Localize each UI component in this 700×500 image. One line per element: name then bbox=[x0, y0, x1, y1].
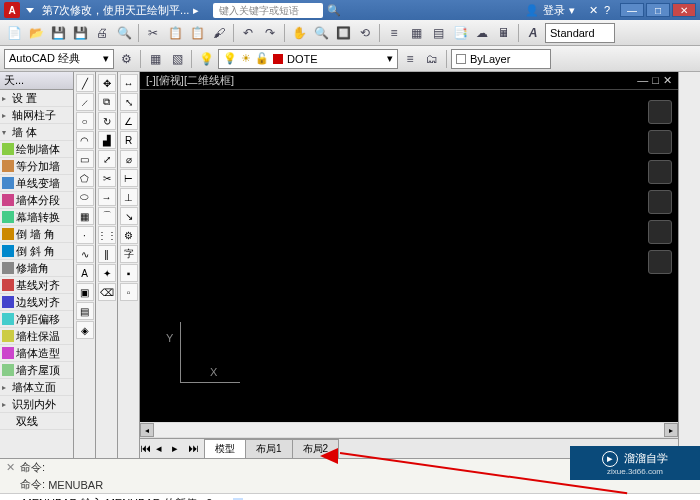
properties-icon[interactable]: ≡ bbox=[384, 23, 404, 43]
markup-icon[interactable]: ☁ bbox=[472, 23, 492, 43]
rect-icon[interactable]: ▭ bbox=[76, 150, 94, 168]
redo-icon[interactable]: ↷ bbox=[260, 23, 280, 43]
exchange-icon[interactable]: ✕ bbox=[589, 4, 598, 17]
scroll-left-icon[interactable]: ◂ bbox=[140, 423, 154, 437]
model-viewport[interactable]: X Y bbox=[140, 90, 678, 422]
zoom-prev-icon[interactable]: ⟲ bbox=[355, 23, 375, 43]
dim-angular-icon[interactable]: ∠ bbox=[120, 112, 138, 130]
tree-item[interactable]: 净距偏移 bbox=[0, 311, 73, 328]
tab-layout1[interactable]: 布局1 bbox=[245, 439, 293, 458]
app-logo[interactable]: A bbox=[4, 2, 20, 18]
ellipse-icon[interactable]: ⬭ bbox=[76, 188, 94, 206]
arc-icon[interactable]: ◠ bbox=[76, 131, 94, 149]
workspace-combo[interactable]: AutoCAD 经典 ▾ bbox=[4, 49, 114, 69]
tree-item[interactable]: ▸墙体立面 bbox=[0, 379, 73, 396]
tree-item[interactable]: 墙齐屋顶 bbox=[0, 362, 73, 379]
toolpalette-icon[interactable]: ▤ bbox=[428, 23, 448, 43]
pan-icon[interactable]: ✋ bbox=[289, 23, 309, 43]
tree-item[interactable]: 基线对齐 bbox=[0, 277, 73, 294]
search-input[interactable]: 键入关键字或短语 bbox=[213, 3, 323, 18]
tab-next-icon[interactable]: ▸ bbox=[172, 442, 188, 458]
tree-item[interactable]: 修墙角 bbox=[0, 260, 73, 277]
mirror-icon[interactable]: ▟ bbox=[98, 131, 116, 149]
app-menu-dropdown[interactable] bbox=[26, 8, 34, 13]
line-icon[interactable]: ╱ bbox=[76, 74, 94, 92]
tree-item[interactable]: 倒 斜 角 bbox=[0, 243, 73, 260]
tree-item[interactable]: 单线变墙 bbox=[0, 175, 73, 192]
tree-item[interactable]: ▸识别内外 bbox=[0, 396, 73, 413]
tree-item[interactable]: ▾墙 体 bbox=[0, 124, 73, 141]
layer-combo[interactable]: 💡 ☀ 🔓 DOTE ▾ bbox=[218, 49, 398, 69]
trim-icon[interactable]: ✂ bbox=[98, 169, 116, 187]
linetype-combo[interactable]: ByLayer bbox=[451, 49, 551, 69]
tree-item[interactable]: 绘制墙体 bbox=[0, 141, 73, 158]
textstyle-combo[interactable]: Standard bbox=[545, 23, 615, 43]
tree-item[interactable]: 墙柱保温 bbox=[0, 328, 73, 345]
doc-close-icon[interactable]: ✕ bbox=[663, 74, 672, 87]
tree-item[interactable]: ▸轴网柱子 bbox=[0, 107, 73, 124]
offset-icon[interactable]: ‖ bbox=[98, 245, 116, 263]
dim-radius-icon[interactable]: R bbox=[120, 131, 138, 149]
table-icon[interactable]: ▤ bbox=[76, 302, 94, 320]
title-dropdown-icon[interactable]: ▸ bbox=[193, 4, 199, 17]
tree-item[interactable]: 双线 bbox=[0, 413, 73, 430]
dim-style-icon[interactable]: ⚙ bbox=[120, 226, 138, 244]
orbit-nav-icon[interactable] bbox=[648, 220, 672, 244]
tool-icon[interactable]: ▫ bbox=[120, 283, 138, 301]
point-icon[interactable]: · bbox=[76, 226, 94, 244]
zoom-window-icon[interactable]: 🔲 bbox=[333, 23, 353, 43]
preview-icon[interactable]: 🔍 bbox=[114, 23, 134, 43]
new-icon[interactable]: 📄 bbox=[4, 23, 24, 43]
tool-icon[interactable]: ▦ bbox=[145, 49, 165, 69]
spline-icon[interactable]: ∿ bbox=[76, 245, 94, 263]
doc-restore-icon[interactable]: □ bbox=[652, 74, 659, 87]
viewport-label[interactable]: [-][俯视][二维线框] bbox=[146, 73, 234, 88]
tree-item[interactable]: 墙体造型 bbox=[0, 345, 73, 362]
designcenter-icon[interactable]: ▦ bbox=[406, 23, 426, 43]
scroll-right-icon[interactable]: ▸ bbox=[664, 423, 678, 437]
tool-icon[interactable]: ▪ bbox=[120, 264, 138, 282]
cut-icon[interactable]: ✂ bbox=[143, 23, 163, 43]
login-button[interactable]: 👤 登录 ▾ bbox=[525, 3, 575, 18]
doc-minimize-icon[interactable]: — bbox=[637, 74, 648, 87]
zoom-icon[interactable]: 🔍 bbox=[311, 23, 331, 43]
dim-linear-icon[interactable]: ↔ bbox=[120, 74, 138, 92]
hatch-icon[interactable]: ▦ bbox=[76, 207, 94, 225]
leader-icon[interactable]: ↘ bbox=[120, 207, 138, 225]
dim-dia-icon[interactable]: ⌀ bbox=[120, 150, 138, 168]
tool-icon[interactable]: ▧ bbox=[167, 49, 187, 69]
search-icon[interactable]: 🔍 bbox=[327, 4, 341, 17]
undo-icon[interactable]: ↶ bbox=[238, 23, 258, 43]
open-icon[interactable]: 📂 bbox=[26, 23, 46, 43]
layer-tool-icon[interactable]: 🗂 bbox=[422, 49, 442, 69]
layer-tool-icon[interactable]: ≡ bbox=[400, 49, 420, 69]
horizontal-scrollbar[interactable]: ◂ ▸ bbox=[140, 422, 678, 438]
close-button[interactable]: ✕ bbox=[672, 3, 696, 17]
paste-icon[interactable]: 📋 bbox=[187, 23, 207, 43]
dim-cont-icon[interactable]: ⊢ bbox=[120, 169, 138, 187]
help-icon[interactable]: ? bbox=[604, 4, 610, 16]
tree-item[interactable]: 等分加墙 bbox=[0, 158, 73, 175]
rotate-icon[interactable]: ↻ bbox=[98, 112, 116, 130]
saveas-icon[interactable]: 💾 bbox=[70, 23, 90, 43]
tree-item[interactable]: 边线对齐 bbox=[0, 294, 73, 311]
tree-item[interactable]: 幕墙转换 bbox=[0, 209, 73, 226]
polygon-icon[interactable]: ⬠ bbox=[76, 169, 94, 187]
minimize-button[interactable]: — bbox=[620, 3, 644, 17]
explode-icon[interactable]: ✦ bbox=[98, 264, 116, 282]
text-icon[interactable]: A bbox=[76, 264, 94, 282]
tab-model[interactable]: 模型 bbox=[204, 439, 246, 458]
match-icon[interactable]: 🖌 bbox=[209, 23, 229, 43]
layer-filter-icon[interactable]: 💡 bbox=[196, 49, 216, 69]
tab-first-icon[interactable]: ⏮ bbox=[140, 442, 156, 458]
showmotion-icon[interactable] bbox=[648, 250, 672, 274]
text-icon[interactable]: 字 bbox=[120, 245, 138, 263]
save-icon[interactable]: 💾 bbox=[48, 23, 68, 43]
panel-header[interactable]: 天... bbox=[0, 72, 73, 90]
tree-item[interactable]: 倒 墙 角 bbox=[0, 226, 73, 243]
viewcube-icon[interactable] bbox=[648, 100, 672, 124]
workspace-gear-icon[interactable]: ⚙ bbox=[116, 49, 136, 69]
nav-wheel-icon[interactable] bbox=[648, 130, 672, 154]
fillet-icon[interactable]: ⌒ bbox=[98, 207, 116, 225]
block-icon[interactable]: ▣ bbox=[76, 283, 94, 301]
